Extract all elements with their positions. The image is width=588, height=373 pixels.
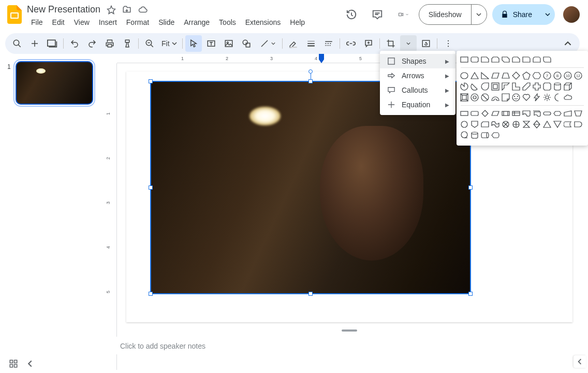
shape-snip-round[interactable]: [511, 55, 521, 64]
shape-oval[interactable]: [460, 71, 469, 80]
shape-flow-process[interactable]: [460, 109, 469, 118]
shape-cube[interactable]: [563, 82, 572, 91]
shape-rounded-rect[interactable]: [470, 55, 479, 64]
shape-octagon[interactable]: 8: [553, 71, 562, 80]
image-tool[interactable]: [220, 35, 237, 52]
shape-heart[interactable]: [522, 93, 531, 102]
reset-image-button[interactable]: [418, 35, 434, 52]
shape-trapezoid[interactable]: [501, 71, 510, 80]
border-color-button[interactable]: [285, 35, 302, 52]
shape-snip-diag[interactable]: [501, 55, 510, 64]
shape-block-arc[interactable]: [491, 93, 500, 102]
shape-folded-corner[interactable]: [501, 93, 510, 102]
slideshow-main[interactable]: Slideshow: [419, 5, 471, 24]
share-dropdown[interactable]: [540, 4, 555, 25]
doc-title[interactable]: New Presentation: [27, 4, 100, 15]
shape-flow-decision[interactable]: [480, 109, 490, 118]
border-dash-button[interactable]: [320, 35, 337, 52]
shape-flow-display[interactable]: [491, 131, 500, 140]
shape-flow-tape[interactable]: [491, 120, 500, 129]
collapse-toolbar-button[interactable]: [560, 35, 576, 52]
menu-arrange[interactable]: Arrange: [180, 16, 214, 28]
menu-tools[interactable]: Tools: [215, 16, 240, 28]
slideshow-dropdown[interactable]: [471, 5, 487, 24]
search-menus-button[interactable]: [9, 35, 25, 52]
shape-decagon[interactable]: 10: [563, 71, 572, 80]
menu-format[interactable]: Format: [122, 16, 153, 28]
menu-help[interactable]: Help: [286, 16, 309, 28]
shape-half-frame[interactable]: [501, 82, 510, 91]
menu-file[interactable]: File: [27, 16, 47, 28]
account-avatar[interactable]: [563, 6, 580, 23]
shape-cloud[interactable]: [563, 93, 572, 102]
resize-handle-tl[interactable]: [149, 79, 153, 83]
shape-l-shape[interactable]: [511, 82, 521, 91]
shape-flow-internal[interactable]: [511, 109, 521, 118]
shape-flow-data[interactable]: [491, 109, 500, 118]
shape-chord[interactable]: [470, 82, 479, 91]
shape-flow-card[interactable]: [480, 120, 490, 129]
shape-flow-terminator[interactable]: [542, 109, 552, 118]
shape-flow-sort[interactable]: [532, 120, 541, 129]
history-icon[interactable]: [341, 4, 362, 25]
more-tools-button[interactable]: [440, 35, 457, 52]
zoom-button[interactable]: [141, 35, 158, 52]
border-weight-button[interactable]: [303, 35, 319, 52]
resize-handle-ml[interactable]: [149, 185, 153, 190]
shape-diamond[interactable]: [511, 71, 521, 80]
shape-flow-connector[interactable]: [460, 120, 469, 129]
shape-snip-single[interactable]: [480, 55, 490, 64]
shape-rectangle[interactable]: [460, 55, 469, 64]
shape-cross[interactable]: [532, 82, 541, 91]
shape-pentagon[interactable]: [522, 71, 531, 80]
shape-snip-same[interactable]: [491, 55, 500, 64]
mask-menu-arrows[interactable]: Arrows ▶: [380, 68, 455, 83]
shape-flow-stored[interactable]: [563, 120, 572, 129]
meet-button[interactable]: [393, 4, 414, 25]
mask-menu-shapes[interactable]: Shapes ▶: [380, 54, 455, 68]
new-slide-layout-button[interactable]: [44, 35, 61, 52]
shape-plaque[interactable]: [542, 82, 552, 91]
shape-hexagon[interactable]: [532, 71, 541, 80]
share-main[interactable]: Share: [492, 10, 540, 19]
resize-handle-tm[interactable]: [308, 79, 313, 83]
shape-round-diag[interactable]: [542, 55, 552, 64]
shape-flow-seq-access[interactable]: [460, 131, 469, 140]
mask-menu-equation[interactable]: Equation ▶: [380, 97, 455, 112]
shape-lightning[interactable]: [532, 93, 541, 102]
shape-moon[interactable]: [553, 93, 562, 102]
crop-button[interactable]: [383, 35, 399, 52]
slides-logo[interactable]: [4, 4, 25, 25]
menu-insert[interactable]: Insert: [95, 16, 121, 28]
slide-thumbnail-1[interactable]: [16, 61, 93, 105]
shape-flow-junction[interactable]: [501, 120, 510, 129]
shape-frame[interactable]: [491, 82, 500, 91]
shape-donut[interactable]: [470, 93, 479, 102]
resize-handle-br[interactable]: [468, 292, 473, 296]
shape-sun[interactable]: [542, 93, 552, 102]
shape-flow-document[interactable]: [522, 109, 531, 118]
cloud-status-icon[interactable]: [138, 5, 148, 15]
comment-button[interactable]: [360, 35, 377, 52]
shape-diagonal-stripe[interactable]: [522, 82, 531, 91]
menu-edit[interactable]: Edit: [48, 16, 69, 28]
rotate-handle[interactable]: [308, 69, 313, 74]
shape-flow-magnetic-disk[interactable]: [470, 131, 479, 140]
shape-round-single[interactable]: [522, 55, 531, 64]
shape-flow-collate[interactable]: [522, 120, 531, 129]
shape-pie[interactable]: [460, 82, 469, 91]
shape-round-same[interactable]: [532, 55, 541, 64]
shape-can[interactable]: [553, 82, 562, 91]
menu-slide[interactable]: Slide: [154, 16, 179, 28]
ruler-indicator[interactable]: [319, 54, 324, 63]
shape-flow-predefined[interactable]: [501, 109, 510, 118]
mask-image-button[interactable]: [400, 35, 417, 52]
shape-dodecagon[interactable]: 12: [574, 71, 583, 80]
shape-flow-preparation[interactable]: [553, 109, 562, 118]
mask-menu-callouts[interactable]: Callouts ▶: [380, 83, 455, 97]
menu-extensions[interactable]: Extensions: [241, 16, 285, 28]
redo-button[interactable]: [84, 35, 100, 52]
shape-flow-manual-input[interactable]: [563, 109, 572, 118]
resize-handle-bm[interactable]: [308, 292, 313, 296]
textbox-tool[interactable]: [203, 35, 219, 52]
